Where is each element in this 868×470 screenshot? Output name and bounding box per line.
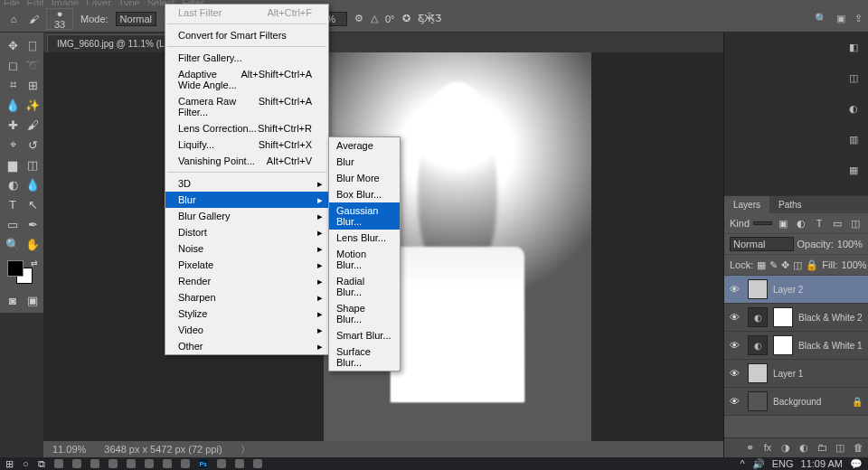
menuitem-average[interactable]: Average [329,137,400,154]
blur-tool-icon[interactable]: 💧 [24,175,42,193]
search-taskbar-icon[interactable]: ○ [23,458,29,469]
menuitem-pixelate[interactable]: Pixelate▸ [165,257,328,273]
lock-artboard-icon[interactable]: ◫ [793,258,802,272]
taskbar-app-11[interactable] [253,459,262,468]
link-layers-icon[interactable]: ⚭ [743,442,756,454]
fill-value[interactable]: 100% [841,259,866,270]
menuitem-surface-blur[interactable]: Surface Blur... [329,343,400,371]
zoom-tool-icon[interactable]: 🔍 [4,235,22,253]
visibility-icon[interactable]: 👁 [730,312,742,323]
taskbar-app-5[interactable] [127,459,136,468]
tray-notif-icon[interactable]: 💬 [850,458,863,470]
gradient-tool-icon[interactable]: ▆ [4,155,22,174]
dodge-tool-icon[interactable]: ◐ [4,175,22,193]
layer-row[interactable]: 👁 Background 🔒 [724,388,868,416]
workspace-icon[interactable]: ▣ [836,13,845,24]
path-tool-icon[interactable]: ↖ [24,195,42,213]
heal-tool-icon[interactable]: ✚ [4,116,22,134]
menu-type[interactable]: Type [118,0,140,5]
artboard-tool-icon[interactable]: ⎕ [24,36,42,54]
menuitem-vanishing[interactable]: Vanishing Point...Alt+Ctrl+V [165,153,328,169]
layer-row[interactable]: 👁 Layer 2 [724,276,868,304]
gear-icon[interactable]: ⚙ [354,13,363,24]
search-icon[interactable]: 🔍 [815,13,827,24]
crop-tool-icon[interactable]: ⌗ [4,76,22,94]
frame-tool-icon[interactable]: ⊞ [24,76,42,94]
brush-tool-icon[interactable]: 🖌 [29,14,39,24]
pen-tool-icon[interactable]: ✒ [24,215,42,233]
visibility-icon[interactable]: 👁 [730,396,742,407]
blend-mode-select[interactable]: Normal [730,237,794,251]
tab-paths[interactable]: Paths [769,196,811,213]
layer-name[interactable]: Background [773,397,846,407]
eyedropper-tool-icon[interactable]: 💧 [4,96,22,114]
menuitem-sharpen[interactable]: Sharpen▸ [165,289,328,306]
filter-type-icon[interactable]: T [812,216,826,230]
menuitem-smart-blur[interactable]: Smart Blur... [329,327,400,343]
opacity-value[interactable]: 100% [837,239,863,249]
menuitem-lens-blur[interactable]: Lens Blur... [329,230,400,246]
menuitem-video[interactable]: Video▸ [165,322,328,338]
mode-select[interactable]: Normal [116,12,156,26]
menuitem-last-filter[interactable]: Last FilterAlt+Ctrl+F [165,5,328,21]
tray-chevron-icon[interactable]: ^ [741,458,745,469]
layer-name[interactable]: Black & White 2 [798,313,863,323]
taskbar-app-ps[interactable]: Ps [199,459,208,468]
group-icon[interactable]: 🗀 [816,442,828,454]
taskbar-app-1[interactable] [54,459,63,468]
brush-preview[interactable]: ●33 [46,8,73,30]
taskbar-app-8[interactable] [181,459,190,468]
windows-taskbar[interactable]: ⊞ ○ ⧉ Ps ^ 🔊 ENG 11:09 AM 💬 [0,457,868,470]
taskview-icon[interactable]: ⧉ [38,458,45,470]
eraser-tool-icon[interactable]: ◫ [24,155,42,174]
filter-shape-icon[interactable]: ▭ [830,216,844,230]
quickmask-icon[interactable]: ◙ [4,291,22,309]
symmetry-icon[interactable]: ✪ [402,13,410,24]
hand-tool-icon[interactable]: ✋ [24,235,42,253]
lock-all-icon[interactable]: 🔒 [806,258,818,272]
menuitem-other[interactable]: Other▸ [165,338,328,354]
menuitem-convert-smart[interactable]: Convert for Smart Filters [165,27,328,43]
type-tool-icon[interactable]: T [4,195,22,213]
tray-lang[interactable]: ENG [772,458,794,469]
fg-swatch[interactable] [7,260,24,277]
layer-name[interactable]: Black & White 1 [798,341,863,351]
swap-colors-icon[interactable]: ⇄ [31,258,38,268]
adj-icon[interactable]: ◐ [748,335,768,355]
move-tool-icon[interactable]: ✥ [4,36,22,54]
clone-tool-icon[interactable]: ⌖ [4,136,22,154]
menuitem-blur[interactable]: Blur▸ [165,192,328,208]
taskbar-app-2[interactable] [72,459,81,468]
menu-layer[interactable]: Layer [86,0,111,5]
doc-dimensions[interactable]: 3648 px x 5472 px (72 ppi) [104,444,222,455]
libraries-panel-icon[interactable]: ▥ [846,132,861,146]
visibility-icon[interactable]: 👁 [730,340,742,351]
filter-pixel-icon[interactable]: ▣ [776,216,790,230]
taskbar-app-6[interactable] [145,459,154,468]
menuitem-blur-basic[interactable]: Blur [329,154,400,170]
adj-new-icon[interactable]: ◐ [797,442,810,454]
tab-layers[interactable]: Layers [724,196,769,213]
layer-mask[interactable] [773,335,793,355]
layer-thumb[interactable] [748,391,768,411]
layer-thumb[interactable] [748,279,768,299]
taskbar-app-10[interactable] [235,459,244,468]
menuitem-motion-blur[interactable]: Motion Blur... [329,246,400,273]
layer-row[interactable]: 👁 ◐ Black & White 2 [724,304,868,332]
menuitem-3d[interactable]: 3D▸ [165,175,328,192]
layer-row[interactable]: 👁 Layer 1 [724,360,868,388]
color-panel-icon[interactable]: ◧ [846,40,861,54]
color-swatches[interactable]: ⇄ [4,258,42,289]
properties-panel-icon[interactable]: ▦ [846,163,861,177]
menuitem-camera-raw[interactable]: Camera Raw Filter...Shift+Ctrl+A [165,93,328,120]
layer-row[interactable]: 👁 ◐ Black & White 1 [724,332,868,360]
menuitem-shape-blur[interactable]: Shape Blur... [329,300,400,327]
menuitem-distort[interactable]: Distort▸ [165,224,328,240]
zoom-level[interactable]: 11.09% [52,444,86,455]
menuitem-stylize[interactable]: Stylize▸ [165,306,328,322]
new-layer-icon[interactable]: ◫ [834,442,846,454]
tray-volume-icon[interactable]: 🔊 [752,458,765,470]
wand-tool-icon[interactable]: ✨ [24,96,42,114]
mask-icon[interactable]: ◑ [779,442,792,454]
menuitem-filter-gallery[interactable]: Filter Gallery... [165,50,328,66]
